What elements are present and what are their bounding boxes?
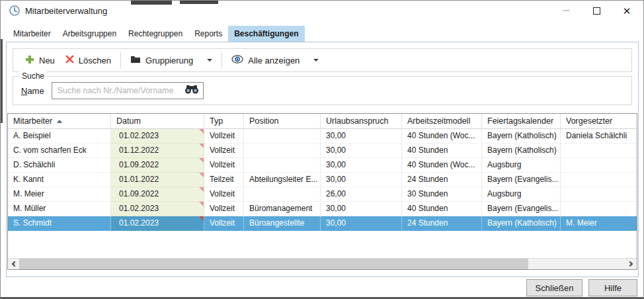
cell-datum[interactable]: 01.09.2022 xyxy=(111,187,204,202)
cell-urlaubsanspruch[interactable]: 26,00 xyxy=(321,187,402,202)
cell-arbeitszeitmodell[interactable]: 40 Stunden (Woc... xyxy=(402,129,482,144)
table-row[interactable]: M. Müller01.02.2023VollzeitBüromanagemen… xyxy=(8,202,637,216)
scroll-left-button[interactable] xyxy=(8,259,19,269)
cell-mitarbeiter[interactable]: M. Müller xyxy=(8,202,111,216)
cell-arbeitszeitmodell[interactable]: 24 Stunden xyxy=(402,173,482,187)
tab-rechtegruppen[interactable]: Rechtegruppen xyxy=(122,26,188,42)
tab-beschäftigungen[interactable]: Beschäftigungen xyxy=(228,26,304,42)
table-row[interactable]: A. Beispiel01.02.2023Vollzeit30,0040 Stu… xyxy=(8,129,637,144)
cell-arbeitszeitmodell[interactable]: 30 Stunden xyxy=(402,187,482,202)
cell-feiertagskalender[interactable]: Bayern (Katholisch) xyxy=(482,129,561,144)
column-header-feiertagskalender[interactable]: Feiertagskalender xyxy=(482,114,561,128)
cell-mitarbeiter[interactable]: A. Beispiel xyxy=(8,129,111,144)
cell-position[interactable] xyxy=(244,158,321,173)
table-row[interactable]: K. Kannt01.01.2022TeilzeitAbteilungsleit… xyxy=(8,173,637,187)
cell-feiertagskalender[interactable]: Augsburg xyxy=(482,187,561,202)
cell-typ[interactable]: Vollzeit xyxy=(204,202,244,216)
cell-typ[interactable]: Vollzeit xyxy=(204,158,244,173)
table-row[interactable]: M. Meier01.09.2022Vollzeit26,0030 Stunde… xyxy=(8,187,637,202)
cell-datum[interactable]: 01.02.2023 xyxy=(111,129,204,144)
cell-urlaubsanspruch[interactable]: 30,00 xyxy=(321,202,402,216)
column-header-mitarbeiter[interactable]: Mitarbeiter xyxy=(8,114,111,128)
cell-typ[interactable]: Teilzeit xyxy=(204,173,244,187)
cell-mitarbeiter[interactable]: D. Schälchli xyxy=(8,158,111,173)
minimize-button[interactable] xyxy=(551,1,581,21)
toolbar-separator xyxy=(221,52,222,69)
show-all-button[interactable]: Alle anzeigen xyxy=(226,51,324,69)
cell-urlaubsanspruch[interactable]: 30,00 xyxy=(321,216,402,231)
schliessen-button[interactable]: Schließen xyxy=(526,279,583,296)
new-button[interactable]: Neu xyxy=(20,51,60,69)
cell-position[interactable] xyxy=(244,187,321,202)
maximize-button[interactable] xyxy=(581,1,612,21)
tab-bar: MitarbeiterArbeitsgruppenRechtegruppenRe… xyxy=(7,26,637,42)
column-header-datum[interactable]: Datum xyxy=(111,114,204,128)
show-all-button-label: Alle anzeigen xyxy=(248,56,300,65)
app-window: Mitarbeiterverwaltung ✕ MitarbeiterArbei… xyxy=(0,0,644,299)
cell-position[interactable] xyxy=(244,129,321,144)
cell-datum[interactable]: 01.02.2023 xyxy=(111,202,204,216)
close-button[interactable]: ✕ xyxy=(612,1,642,21)
grouping-button[interactable]: Gruppierung xyxy=(125,51,218,69)
cell-vorgesetzter[interactable]: M. Meier xyxy=(561,216,637,231)
cell-mitarbeiter[interactable]: S. Schmidt xyxy=(8,216,111,231)
cell-urlaubsanspruch[interactable]: 30,00 xyxy=(321,144,402,158)
column-header-position[interactable]: Position xyxy=(244,114,321,128)
cell-feiertagskalender[interactable]: Augsburg xyxy=(482,158,561,173)
table-row[interactable]: D. Schälchli01.09.2022Vollzeit30,0040 St… xyxy=(8,158,637,173)
cell-feiertagskalender[interactable]: Bayern (Katholisch) xyxy=(482,216,561,231)
cell-arbeitszeitmodell[interactable]: 40 Stunden xyxy=(402,202,482,216)
cell-datum[interactable]: 01.02.2023 xyxy=(111,216,204,231)
cell-position[interactable]: Büromanagement xyxy=(244,202,321,216)
cell-vorgesetzter[interactable] xyxy=(561,158,637,173)
tab-reports[interactable]: Reports xyxy=(188,26,228,42)
cell-typ[interactable]: Vollzeit xyxy=(204,187,244,202)
cell-mitarbeiter[interactable]: M. Meier xyxy=(8,187,111,202)
cell-vorgesetzter[interactable] xyxy=(561,173,637,187)
scroll-right-button[interactable] xyxy=(625,259,637,269)
column-header-vorgesetzter[interactable]: Vorgesetzter xyxy=(561,114,637,128)
cell-vorgesetzter[interactable] xyxy=(561,202,637,216)
column-header-typ[interactable]: Typ xyxy=(204,114,244,128)
window-title: Mitarbeiterverwaltung xyxy=(25,6,107,16)
cell-vorgesetzter[interactable]: Daniela Schälchli xyxy=(561,129,637,144)
table-row[interactable]: C. vom scharfen Eck01.12.2022Vollzeit30,… xyxy=(8,144,637,158)
hilfe-button[interactable]: Hilfe xyxy=(588,279,637,296)
scrollbar-track[interactable] xyxy=(19,259,625,269)
column-header-urlaubsanspruch[interactable]: Urlaubsanspruch xyxy=(321,114,402,128)
cell-arbeitszeitmodell[interactable]: 24 Stunden xyxy=(402,216,482,231)
cell-urlaubsanspruch[interactable]: 30,00 xyxy=(321,158,402,173)
column-header-arbeitszeitmodell[interactable]: Arbeitszeitmodell xyxy=(402,114,482,128)
cell-feiertagskalender[interactable]: Bayern (Evangelis... xyxy=(482,202,561,216)
cell-arbeitszeitmodell[interactable]: 40 Stunden xyxy=(402,144,482,158)
cell-mitarbeiter[interactable]: C. vom scharfen Eck xyxy=(8,144,111,158)
cell-vorgesetzter[interactable] xyxy=(561,187,637,202)
cell-urlaubsanspruch[interactable]: 30,00 xyxy=(321,129,402,144)
cell-position[interactable] xyxy=(244,144,321,158)
cell-position[interactable]: Abteilungsleiter E... xyxy=(244,173,321,187)
cell-typ[interactable]: Vollzeit xyxy=(204,129,244,144)
search-groupbox: Suche Name xyxy=(13,76,632,105)
cell-urlaubsanspruch[interactable]: 30,00 xyxy=(321,173,402,187)
cell-arbeitszeitmodell[interactable]: 40 Stunden (Woc... xyxy=(402,158,482,173)
cell-typ[interactable]: Vollzeit xyxy=(204,216,244,231)
cell-datum[interactable]: 01.01.2022 xyxy=(111,173,204,187)
cell-datum[interactable]: 01.12.2022 xyxy=(111,144,204,158)
table-row[interactable]: S. Schmidt01.02.2023VollzeitBüroangestel… xyxy=(8,216,637,231)
cell-mitarbeiter[interactable]: K. Kannt xyxy=(8,173,111,187)
grid-body: A. Beispiel01.02.2023Vollzeit30,0040 Stu… xyxy=(8,129,637,258)
cell-position[interactable]: Büroangestellte xyxy=(244,216,321,231)
tab-arbeitsgruppen[interactable]: Arbeitsgruppen xyxy=(57,26,122,42)
toolbar: Neu Löschen Gruppierung xyxy=(13,48,632,72)
scrollbar-thumb[interactable] xyxy=(19,259,528,269)
cell-feiertagskalender[interactable]: Bayern (Evangelis... xyxy=(482,173,561,187)
cell-datum[interactable]: 01.09.2022 xyxy=(111,158,204,173)
horizontal-scrollbar[interactable] xyxy=(8,258,637,269)
cell-typ[interactable]: Vollzeit xyxy=(204,144,244,158)
tab-mitarbeiter[interactable]: Mitarbeiter xyxy=(7,26,57,42)
search-input[interactable] xyxy=(52,83,184,99)
cell-vorgesetzter[interactable] xyxy=(561,144,637,158)
binoculars-icon[interactable] xyxy=(184,85,199,97)
cell-feiertagskalender[interactable]: Bayern (Katholisch) xyxy=(482,144,561,158)
delete-button[interactable]: Löschen xyxy=(60,51,116,69)
